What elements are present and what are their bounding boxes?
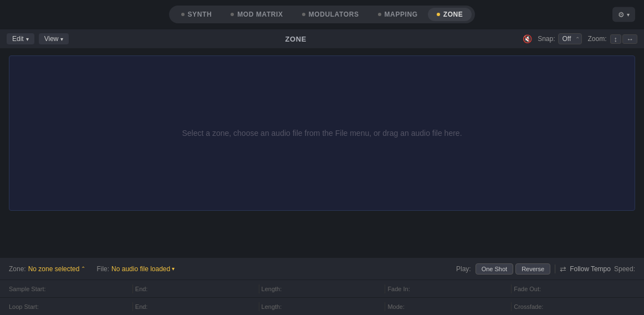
- zoom-vertical-button[interactable]: ↕: [610, 34, 622, 44]
- fade-out-cell: Fade Out:: [514, 286, 635, 292]
- loop-start-cell: Loop Start:: [9, 303, 130, 310]
- tab-mod-matrix[interactable]: MOD MATRIX: [222, 8, 292, 21]
- toolbar-right: 🔇 Snap: Off 1/4 1/8 Zoom: ↕ ↔: [523, 33, 637, 44]
- bottom-row3: Loop Start: End: Length: Mode: Crossfade…: [0, 297, 644, 315]
- tab-mapping[interactable]: MAPPING: [369, 8, 427, 21]
- sample-start-cell: Sample Start:: [9, 286, 130, 292]
- bottom-section: Zone: No zone selected ⌃ File: No audio …: [0, 257, 644, 315]
- fade-in-label: Fade In:: [387, 286, 410, 292]
- speed-label: Speed:: [614, 265, 635, 273]
- view-chevron-icon: ▾: [60, 36, 63, 42]
- snap-select[interactable]: Off 1/4 1/8: [558, 33, 582, 44]
- tab-modulators-dot: [302, 13, 305, 16]
- zoom-section: Zoom: ↕ ↔: [587, 34, 637, 44]
- loop-start-label: Loop Start:: [9, 303, 39, 310]
- speaker-icon[interactable]: 🔇: [523, 34, 532, 43]
- settings-button[interactable]: ⚙ ▾: [612, 7, 635, 22]
- tab-modulators[interactable]: MODULATORS: [293, 8, 368, 21]
- divider4: [511, 284, 512, 293]
- crossfade-cell: Crossfade:: [514, 303, 635, 310]
- snap-select-wrapper: Off 1/4 1/8: [558, 33, 582, 44]
- divider1: [132, 284, 133, 293]
- settings-chevron: ▾: [627, 12, 630, 18]
- file-chevron-icon: ▾: [172, 266, 175, 272]
- gear-icon: ⚙: [618, 11, 625, 19]
- tab-zone-dot: [437, 13, 440, 16]
- follow-tempo-icon: ⇄: [560, 265, 566, 273]
- zoom-vertical-icon: ↕: [614, 35, 618, 43]
- file-selector[interactable]: No audio file loaded ▾: [111, 265, 175, 273]
- reverse-button[interactable]: Reverse: [515, 263, 550, 275]
- bottom-row2: Sample Start: End: Length: Fade In: Fade…: [0, 280, 644, 297]
- bottom-row1: Zone: No zone selected ⌃ File: No audio …: [0, 257, 644, 280]
- divider3: [385, 284, 385, 293]
- end2-cell: End:: [135, 303, 257, 310]
- zone-label: Zone:: [9, 265, 26, 273]
- zoom-fit-button[interactable]: ↔: [622, 34, 637, 44]
- play-section: Play: One Shot Reverse: [456, 263, 550, 275]
- view-button[interactable]: View ▾: [39, 33, 69, 44]
- sample-start-label: Sample Start:: [9, 286, 46, 292]
- end1-label: End:: [135, 286, 148, 292]
- file-section: File: No audio file loaded ▾: [96, 265, 456, 273]
- zoom-label: Zoom:: [587, 35, 606, 43]
- zoom-buttons: ↕ ↔: [610, 34, 638, 44]
- divider6: [259, 302, 259, 311]
- follow-tempo-label[interactable]: Follow Tempo: [570, 265, 611, 273]
- tab-zone[interactable]: ZONE: [428, 8, 472, 21]
- waveform-area: Select a zone, choose an audio file from…: [9, 55, 635, 211]
- length1-cell: Length:: [262, 286, 383, 292]
- length2-cell: Length:: [262, 303, 383, 310]
- length1-label: Length:: [262, 286, 282, 292]
- divider2: [259, 284, 259, 293]
- divider7: [385, 302, 385, 311]
- nav-tabs: SYNTH MOD MATRIX MODULATORS MAPPING ZONE: [169, 6, 476, 23]
- crossfade-label: Crossfade:: [514, 303, 543, 310]
- toolbar: Edit ▾ View ▾ ZONE 🔇 Snap: Off 1/4 1/8 Z…: [0, 29, 644, 49]
- snap-label: Snap:: [538, 35, 555, 43]
- length2-label: Length:: [262, 303, 282, 310]
- fade-out-label: Fade Out:: [514, 286, 541, 292]
- edit-chevron-icon: ▾: [26, 36, 29, 42]
- zone-chevron-icon: ⌃: [81, 266, 85, 272]
- end1-cell: End:: [135, 286, 257, 292]
- one-shot-button[interactable]: One Shot: [476, 263, 513, 275]
- mode-label: Mode:: [387, 303, 405, 310]
- empty-message: Select a zone, choose an audio file from…: [182, 129, 462, 138]
- tab-mod-matrix-dot: [231, 13, 234, 16]
- zoom-fit-icon: ↔: [626, 35, 633, 43]
- fade-in-cell: Fade In:: [387, 286, 509, 292]
- end2-label: End:: [135, 303, 148, 310]
- tab-synth-dot: [181, 13, 185, 16]
- tab-synth[interactable]: SYNTH: [172, 8, 221, 21]
- top-nav: SYNTH MOD MATRIX MODULATORS MAPPING ZONE…: [0, 0, 644, 29]
- divider8: [511, 302, 512, 311]
- tab-mapping-dot: [378, 13, 381, 16]
- zone-selector[interactable]: No zone selected ⌃: [28, 265, 86, 273]
- snap-section: Snap: Off 1/4 1/8: [538, 33, 582, 44]
- toolbar-title: ZONE: [73, 35, 518, 43]
- edit-button[interactable]: Edit ▾: [7, 33, 34, 44]
- play-label: Play:: [456, 265, 471, 273]
- follow-tempo-section: ⇄ Follow Tempo Speed:: [555, 265, 635, 273]
- mode-cell: Mode:: [387, 303, 509, 310]
- divider5: [132, 302, 133, 311]
- file-label: File:: [96, 265, 109, 273]
